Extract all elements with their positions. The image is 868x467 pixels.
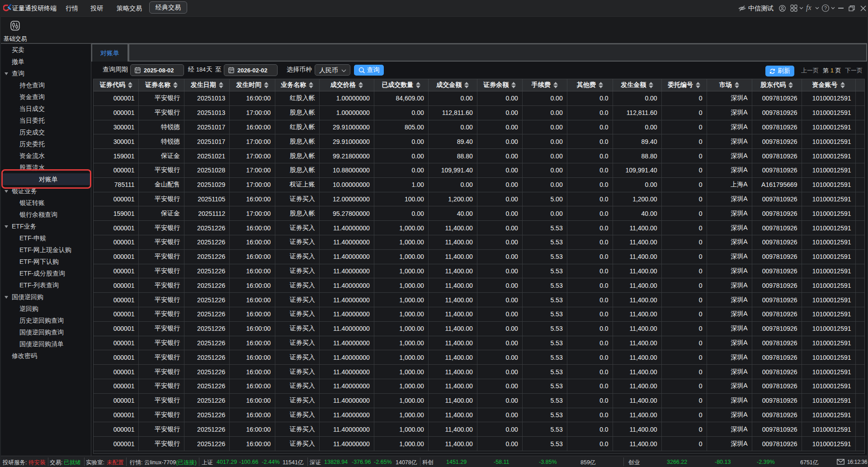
svg-text:?: ? [824, 5, 827, 11]
